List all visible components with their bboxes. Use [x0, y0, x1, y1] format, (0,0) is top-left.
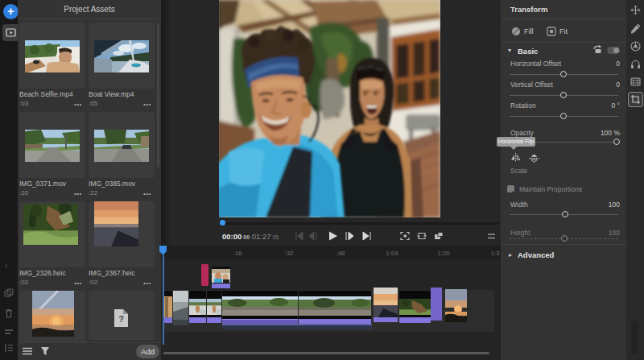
svg-text:?: ? [118, 314, 124, 324]
